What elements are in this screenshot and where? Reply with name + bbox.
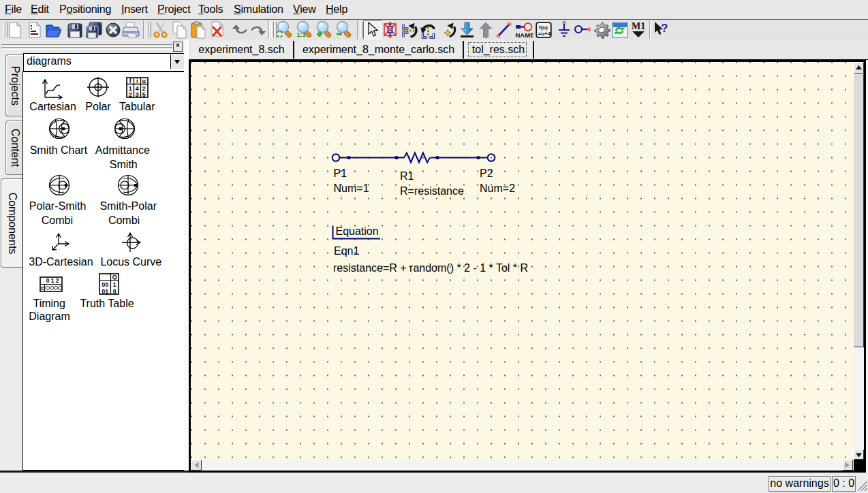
svg-text:Q: Q [112, 274, 117, 281]
svg-text:1:1: 1:1 [297, 31, 306, 38]
svg-text:0: 0 [113, 288, 117, 295]
svg-text:00: 00 [102, 281, 108, 288]
svg-text:1: 1 [113, 281, 117, 288]
svg-text:c: c [41, 285, 44, 291]
svg-text:1: 1 [129, 85, 132, 92]
svg-text:f(u): f(u) [539, 25, 548, 31]
svg-text:2: 2 [56, 277, 59, 284]
svg-text:1: 1 [51, 277, 55, 284]
svg-text:01: 01 [102, 288, 108, 295]
svg-text:2: 2 [129, 91, 132, 98]
svg-text:i: i [136, 78, 138, 84]
svg-text:u: u [142, 78, 146, 84]
svg-text:2: 2 [142, 85, 146, 92]
svg-text:0: 0 [46, 277, 50, 284]
svg-text:f: f [129, 78, 132, 84]
svg-text:3: 3 [136, 91, 139, 98]
svg-text:5: 5 [142, 91, 146, 98]
svg-text:4: 4 [136, 85, 139, 92]
svg-text:NAME: NAME [516, 31, 534, 39]
svg-text:=u+4: =u+4 [538, 31, 551, 37]
svg-text:M1: M1 [632, 21, 645, 31]
svg-text:?: ? [661, 22, 668, 35]
